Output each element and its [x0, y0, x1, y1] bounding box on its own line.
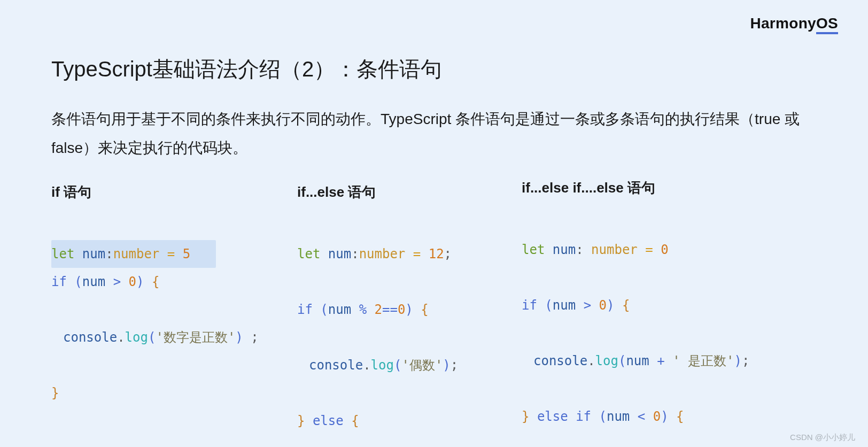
code-line: if (num > 0) {	[51, 268, 297, 296]
description-text: 条件语句用于基于不同的条件来执行不同的动作。TypeScript 条件语句是通过…	[51, 105, 817, 163]
code-columns: if 语句 let num:number = 5 if (num > 0) { …	[51, 183, 838, 447]
code-line: let num:number = 12;	[297, 240, 522, 268]
code-line: let num:number = 5	[51, 240, 216, 268]
column-if: if 语句 let num:number = 5 if (num > 0) { …	[51, 183, 297, 447]
code-line: if (num % 2==0) {	[297, 296, 522, 323]
code-line: console.log('偶数');	[297, 351, 522, 379]
column-if-else: if...else 语句 let num:number = 12; if (nu…	[297, 183, 522, 447]
code-block-if-elseif-else: let num: number = 0 if (num > 0) { conso…	[522, 208, 838, 447]
heading-if: if 语句	[51, 183, 297, 202]
column-if-elseif-else: if...else if....else 语句 let num: number …	[522, 183, 838, 447]
code-line: if (num > 0) {	[522, 291, 838, 319]
code-line: } else if (num < 0) {	[522, 403, 838, 430]
code-line: let num: number = 0	[522, 236, 838, 264]
brand-logo: HarmonyOS	[750, 15, 838, 32]
heading-if-else: if...else 语句	[297, 183, 522, 202]
code-line: console.log('数字是正数') ;	[51, 323, 297, 351]
code-line: } else {	[297, 407, 522, 435]
code-line: console.log(num + ' 是正数');	[522, 347, 838, 375]
code-block-if: let num:number = 5 if (num > 0) { consol…	[51, 212, 297, 447]
watermark-text: CSDN @小小婷儿	[790, 433, 855, 443]
code-block-if-else: let num:number = 12; if (num % 2==0) { c…	[297, 212, 522, 447]
code-line: }	[51, 379, 297, 407]
heading-if-elseif-else: if...else if....else 语句	[522, 179, 838, 197]
page-title: TypeScript基础语法介绍（2）：条件语句	[51, 55, 442, 84]
